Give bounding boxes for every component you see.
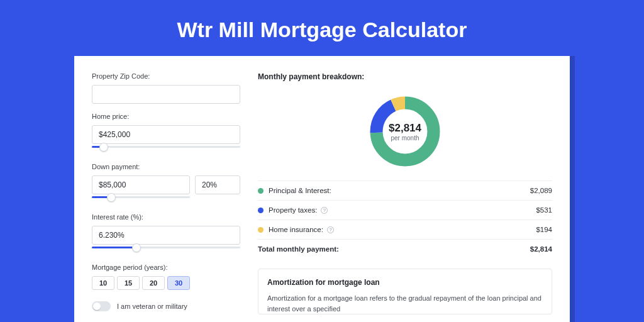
legend-value: $194 (536, 226, 552, 233)
down-payment-amount-input[interactable] (92, 175, 190, 194)
legend-value: $2,089 (530, 187, 552, 194)
period-group: Mortgage period (years): 10152030 (92, 264, 240, 290)
interest-input[interactable] (92, 226, 240, 245)
interest-group: Interest rate (%): (92, 213, 240, 255)
period-option-20[interactable]: 20 (142, 276, 165, 290)
legend-row: Property taxes:?$531 (258, 201, 552, 220)
legend-total-row: Total monthly payment:$2,814 (258, 240, 552, 258)
veteran-row: I am veteran or military (92, 301, 240, 311)
zip-group: Property Zip Code: (92, 72, 240, 104)
period-option-15[interactable]: 15 (117, 276, 140, 290)
calculator-card: Property Zip Code: Home price: Down paym… (74, 56, 570, 322)
legend: Principal & Interest:$2,089Property taxe… (258, 180, 552, 258)
page-title: Wtr Mill Mortgage Calculator (0, 0, 644, 56)
amortization-title: Amortization for mortgage loan (267, 278, 543, 287)
legend-label: Property taxes: (269, 206, 317, 214)
period-option-30[interactable]: 30 (167, 276, 190, 290)
breakdown-title: Monthly payment breakdown: (258, 72, 552, 81)
legend-total-value: $2,814 (530, 245, 552, 253)
home-price-input[interactable] (92, 125, 240, 144)
amortization-text: Amortization for a mortgage loan refers … (267, 293, 543, 314)
down-payment-percent-input[interactable] (195, 175, 240, 194)
legend-dot (258, 227, 264, 233)
home-price-group: Home price: (92, 113, 240, 154)
payment-donut-chart: $2,814 per month (367, 94, 443, 169)
down-payment-label: Down payment: (92, 163, 240, 170)
interest-slider[interactable] (92, 247, 240, 255)
donut-amount: $2,814 (389, 122, 421, 135)
veteran-label: I am veteran or military (117, 303, 187, 310)
amortization-box: Amortization for mortgage loan Amortizat… (258, 269, 552, 314)
legend-total-label: Total monthly payment: (258, 245, 339, 253)
legend-row: Home insurance:?$194 (258, 220, 552, 240)
zip-label: Property Zip Code: (92, 72, 240, 80)
zip-input[interactable] (92, 85, 240, 104)
results-column: Monthly payment breakdown: $2,814 per mo… (258, 72, 552, 314)
info-icon[interactable]: ? (321, 207, 328, 214)
legend-label: Home insurance: (269, 226, 323, 233)
legend-dot (258, 188, 264, 194)
veteran-toggle[interactable] (92, 301, 111, 311)
interest-label: Interest rate (%): (92, 213, 240, 221)
donut-sub: per month (391, 135, 419, 142)
down-payment-group: Down payment: (92, 163, 240, 204)
down-payment-slider[interactable] (92, 196, 190, 204)
home-price-slider[interactable] (92, 146, 240, 154)
legend-dot (258, 208, 264, 213)
legend-label: Principal & Interest: (269, 187, 331, 194)
inputs-column: Property Zip Code: Home price: Down paym… (92, 72, 240, 314)
home-price-label: Home price: (92, 113, 240, 120)
legend-value: $531 (536, 206, 552, 214)
legend-row: Principal & Interest:$2,089 (258, 181, 552, 201)
period-label: Mortgage period (years): (92, 264, 240, 271)
period-option-10[interactable]: 10 (92, 276, 114, 290)
info-icon[interactable]: ? (327, 226, 334, 233)
